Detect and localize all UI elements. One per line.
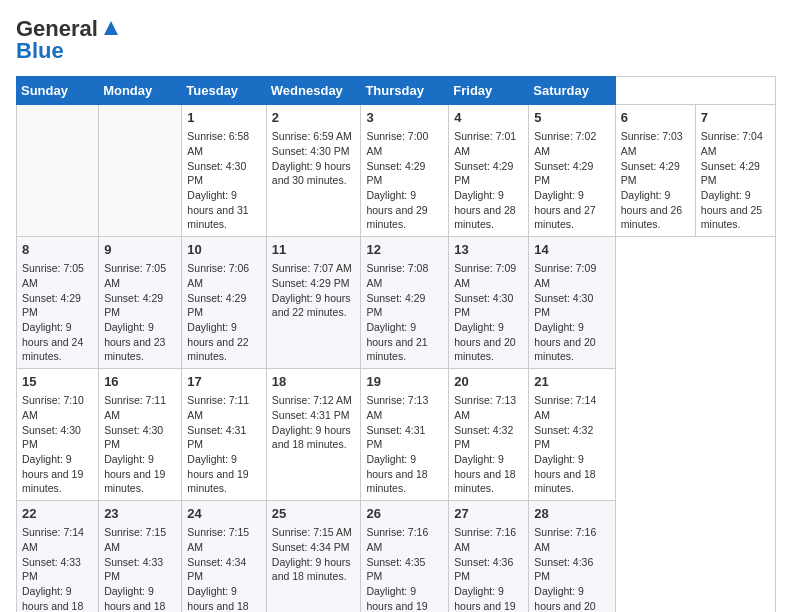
daylight: Daylight: 9 hours and 21 minutes.: [366, 321, 427, 362]
calendar-cell: 17Sunrise: 7:11 AMSunset: 4:31 PMDayligh…: [182, 369, 267, 501]
sunrise: Sunrise: 6:58 AM: [187, 130, 249, 157]
weekday-header: Friday: [449, 77, 529, 105]
weekday-header: Thursday: [361, 77, 449, 105]
weekday-header: Sunday: [17, 77, 99, 105]
day-number: 27: [454, 505, 523, 523]
daylight: Daylight: 9 hours and 18 minutes.: [454, 453, 515, 494]
daylight: Daylight: 9 hours and 18 minutes.: [272, 556, 351, 583]
day-number: 23: [104, 505, 176, 523]
sunset: Sunset: 4:29 PM: [701, 160, 760, 187]
sunset: Sunset: 4:29 PM: [104, 292, 163, 319]
day-number: 7: [701, 109, 770, 127]
sunset: Sunset: 4:29 PM: [22, 292, 81, 319]
sunrise: Sunrise: 7:14 AM: [534, 394, 596, 421]
sunrise: Sunrise: 7:13 AM: [454, 394, 516, 421]
day-number: 1: [187, 109, 261, 127]
weekday-header: Monday: [99, 77, 182, 105]
daylight: Daylight: 9 hours and 26 minutes.: [621, 189, 682, 230]
sunrise: Sunrise: 7:10 AM: [22, 394, 84, 421]
calendar-cell: 9Sunrise: 7:05 AMSunset: 4:29 PMDaylight…: [99, 237, 182, 369]
logo-icon: [100, 17, 122, 39]
sunrise: Sunrise: 7:15 AM: [104, 526, 166, 553]
sunset: Sunset: 4:31 PM: [366, 424, 425, 451]
svg-marker-0: [104, 21, 118, 35]
calendar-cell: 24Sunrise: 7:15 AMSunset: 4:34 PMDayligh…: [182, 501, 267, 613]
calendar-cell: 18Sunrise: 7:12 AMSunset: 4:31 PMDayligh…: [266, 369, 361, 501]
sunset: Sunset: 4:29 PM: [621, 160, 680, 187]
daylight: Daylight: 9 hours and 30 minutes.: [272, 160, 351, 187]
daylight: Daylight: 9 hours and 22 minutes.: [187, 321, 248, 362]
day-number: 20: [454, 373, 523, 391]
day-number: 9: [104, 241, 176, 259]
day-number: 25: [272, 505, 356, 523]
calendar-cell: 12Sunrise: 7:08 AMSunset: 4:29 PMDayligh…: [361, 237, 449, 369]
calendar-cell: 15Sunrise: 7:10 AMSunset: 4:30 PMDayligh…: [17, 369, 99, 501]
day-number: 8: [22, 241, 93, 259]
sunset: Sunset: 4:34 PM: [187, 556, 246, 583]
calendar-cell: 21Sunrise: 7:14 AMSunset: 4:32 PMDayligh…: [529, 369, 615, 501]
sunrise: Sunrise: 7:09 AM: [454, 262, 516, 289]
sunset: Sunset: 4:29 PM: [454, 160, 513, 187]
calendar-cell: 4Sunrise: 7:01 AMSunset: 4:29 PMDaylight…: [449, 105, 529, 237]
calendar-cell: 10Sunrise: 7:06 AMSunset: 4:29 PMDayligh…: [182, 237, 267, 369]
sunrise: Sunrise: 7:14 AM: [22, 526, 84, 553]
calendar-cell: 11Sunrise: 7:07 AMSunset: 4:29 PMDayligh…: [266, 237, 361, 369]
daylight: Daylight: 9 hours and 18 minutes.: [366, 453, 427, 494]
day-number: 18: [272, 373, 356, 391]
daylight: Daylight: 9 hours and 27 minutes.: [534, 189, 595, 230]
sunrise: Sunrise: 7:15 AM: [187, 526, 249, 553]
daylight: Daylight: 9 hours and 22 minutes.: [272, 292, 351, 319]
sunset: Sunset: 4:30 PM: [104, 424, 163, 451]
calendar-week: 15Sunrise: 7:10 AMSunset: 4:30 PMDayligh…: [17, 369, 776, 501]
sunrise: Sunrise: 7:04 AM: [701, 130, 763, 157]
day-number: 21: [534, 373, 609, 391]
sunset: Sunset: 4:29 PM: [272, 277, 350, 289]
calendar-body: 1Sunrise: 6:58 AMSunset: 4:30 PMDaylight…: [17, 105, 776, 613]
calendar-cell: 2Sunrise: 6:59 AMSunset: 4:30 PMDaylight…: [266, 105, 361, 237]
sunset: Sunset: 4:33 PM: [104, 556, 163, 583]
calendar-cell: [17, 105, 99, 237]
day-number: 22: [22, 505, 93, 523]
calendar-cell: 14Sunrise: 7:09 AMSunset: 4:30 PMDayligh…: [529, 237, 615, 369]
calendar-cell: 26Sunrise: 7:16 AMSunset: 4:35 PMDayligh…: [361, 501, 449, 613]
sunrise: Sunrise: 7:06 AM: [187, 262, 249, 289]
daylight: Daylight: 9 hours and 19 minutes.: [366, 585, 427, 612]
calendar-cell: 20Sunrise: 7:13 AMSunset: 4:32 PMDayligh…: [449, 369, 529, 501]
day-number: 2: [272, 109, 356, 127]
daylight: Daylight: 9 hours and 31 minutes.: [187, 189, 248, 230]
sunset: Sunset: 4:29 PM: [366, 160, 425, 187]
calendar-week: 8Sunrise: 7:05 AMSunset: 4:29 PMDaylight…: [17, 237, 776, 369]
sunset: Sunset: 4:29 PM: [366, 292, 425, 319]
sunrise: Sunrise: 7:13 AM: [366, 394, 428, 421]
sunset: Sunset: 4:32 PM: [454, 424, 513, 451]
sunrise: Sunrise: 7:15 AM: [272, 526, 352, 538]
calendar-cell: 1Sunrise: 6:58 AMSunset: 4:30 PMDaylight…: [182, 105, 267, 237]
daylight: Daylight: 9 hours and 18 minutes.: [22, 585, 83, 612]
sunrise: Sunrise: 7:09 AM: [534, 262, 596, 289]
sunrise: Sunrise: 7:05 AM: [104, 262, 166, 289]
calendar-cell: 7Sunrise: 7:04 AMSunset: 4:29 PMDaylight…: [695, 105, 775, 237]
calendar-cell: 25Sunrise: 7:15 AMSunset: 4:34 PMDayligh…: [266, 501, 361, 613]
daylight: Daylight: 9 hours and 28 minutes.: [454, 189, 515, 230]
sunset: Sunset: 4:30 PM: [187, 160, 246, 187]
day-number: 5: [534, 109, 609, 127]
day-number: 28: [534, 505, 609, 523]
sunrise: Sunrise: 7:11 AM: [187, 394, 249, 421]
calendar-cell: 28Sunrise: 7:16 AMSunset: 4:36 PMDayligh…: [529, 501, 615, 613]
day-number: 14: [534, 241, 609, 259]
calendar-cell: 3Sunrise: 7:00 AMSunset: 4:29 PMDaylight…: [361, 105, 449, 237]
day-number: 12: [366, 241, 443, 259]
calendar-cell: 5Sunrise: 7:02 AMSunset: 4:29 PMDaylight…: [529, 105, 615, 237]
sunset: Sunset: 4:31 PM: [272, 409, 350, 421]
day-number: 24: [187, 505, 261, 523]
sunrise: Sunrise: 7:02 AM: [534, 130, 596, 157]
day-number: 26: [366, 505, 443, 523]
daylight: Daylight: 9 hours and 19 minutes.: [22, 453, 83, 494]
sunrise: Sunrise: 7:11 AM: [104, 394, 166, 421]
weekday-header: Saturday: [529, 77, 615, 105]
sunrise: Sunrise: 7:00 AM: [366, 130, 428, 157]
sunrise: Sunrise: 7:01 AM: [454, 130, 516, 157]
calendar-cell: 13Sunrise: 7:09 AMSunset: 4:30 PMDayligh…: [449, 237, 529, 369]
calendar-cell: 6Sunrise: 7:03 AMSunset: 4:29 PMDaylight…: [615, 105, 695, 237]
day-number: 13: [454, 241, 523, 259]
